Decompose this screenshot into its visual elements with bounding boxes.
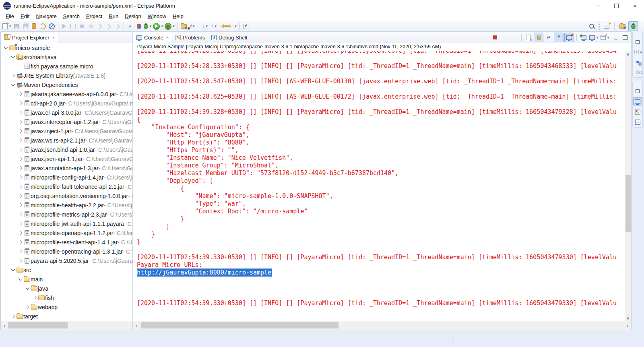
project-tree-hscrollbar[interactable]: ‹	[1, 321, 132, 330]
drag-handle[interactable]: ·····	[634, 33, 642, 35]
hscroll-left-arrow[interactable]: ‹	[1, 321, 8, 330]
debug-shell-view-button[interactable]: J	[634, 118, 642, 126]
menu-search[interactable]: Search	[60, 12, 83, 20]
tree-item-fish[interactable]: fish	[1, 293, 132, 302]
tab-problems[interactable]: Problems	[172, 32, 208, 43]
pin-console-button[interactable]	[554, 33, 564, 42]
problems-view-button[interactable]	[634, 108, 642, 116]
tree-item-fish-payara-sample-micro[interactable]: fish.payara.sample.micro	[1, 62, 132, 71]
tree-item-microprofile-config-api-1-4-jar[interactable]: microprofile-config-api-1.4.jar - C:\Use…	[1, 173, 132, 182]
tree-item-java[interactable]: java	[1, 284, 132, 293]
skip-all-breakpoints-button[interactable]	[47, 22, 56, 31]
remove-all-terminated-button[interactable]	[510, 33, 519, 42]
tree-item-maven-dependencies[interactable]: Maven Dependencies	[1, 80, 132, 89]
tab-debug-shell[interactable]: JDebug Shell	[208, 32, 250, 43]
tree-item-src-main-java[interactable]: src/main/java	[1, 52, 132, 62]
tree-item-javax-json-bind-api-1-0-jar[interactable]: javax.json.bind-api-1.0.jar - C:\Users\j…	[1, 145, 132, 154]
menu-edit[interactable]: Edit	[17, 12, 33, 20]
tree-item-org-osgi-annotation-versioning-1-0-0-jar[interactable]: org.osgi.annotation.versioning-1.0.0.jar…	[1, 191, 132, 200]
open-perspective-button[interactable]	[602, 22, 611, 31]
build-jar-button[interactable]	[30, 22, 39, 31]
hscroll-left-arrow[interactable]: ‹	[133, 321, 140, 330]
tree-item-microprofile-health-api-2-2-jar[interactable]: microprofile-health-api-2.2.jar - C:\Use…	[1, 200, 132, 210]
chevron-right-icon[interactable]	[17, 250, 23, 253]
console-output[interactable]: [2020-11-11T02:54:28.528+0530] [] [INFO]…	[133, 51, 625, 321]
tree-item-javax-inject-1-jar[interactable]: javax.inject-1.jar - C:\Users\jGauravGup…	[1, 126, 132, 136]
menu-window[interactable]: Window	[144, 12, 169, 20]
hscroll-thumb[interactable]	[8, 322, 68, 328]
menu-run[interactable]: Run	[105, 12, 122, 20]
step-over-button[interactable]	[104, 22, 113, 31]
save-all-button[interactable]	[21, 22, 30, 31]
open-console-button[interactable]: ▼	[589, 33, 599, 42]
menu-file[interactable]: File	[2, 12, 17, 20]
chevron-down-icon[interactable]	[10, 269, 16, 271]
tree-item-cdi-api-2-0-jar[interactable]: cdi-api-2.0.jar - C:\Users\jGauravGupta\…	[1, 99, 132, 108]
close-button[interactable]: ×	[625, 0, 644, 11]
remove-launch-button[interactable]	[500, 33, 509, 42]
chevron-right-icon[interactable]	[17, 222, 23, 225]
menu-help[interactable]: Help	[169, 12, 187, 20]
run-button[interactable]: ▼	[153, 22, 164, 31]
maximize-view-button[interactable]	[621, 33, 630, 42]
restore-console-views-button[interactable]	[634, 87, 642, 95]
new-wizard-button[interactable]: ▼	[2, 22, 12, 31]
expressions-view-button[interactable]	[634, 68, 642, 76]
debug-perspective-button[interactable]	[628, 21, 638, 31]
chevron-right-icon[interactable]	[17, 120, 23, 123]
vscroll-up-arrow[interactable]: ∧	[625, 51, 631, 57]
chevron-right-icon[interactable]	[17, 157, 23, 160]
tree-item-jre-system-library[interactable]: JRE System Library [JavaSE-1.8]	[1, 71, 132, 80]
chevron-right-icon[interactable]	[17, 259, 23, 262]
scroll-lock-button[interactable]	[534, 33, 543, 42]
open-artifact-button[interactable]	[180, 22, 188, 31]
chevron-right-icon[interactable]	[17, 93, 23, 95]
vscroll-down-arrow[interactable]: ∨	[625, 315, 631, 321]
hscroll-thumb[interactable]	[141, 322, 339, 328]
chevron-down-icon[interactable]	[24, 287, 31, 290]
java-perspective-button[interactable]	[618, 22, 627, 31]
clear-console-button[interactable]	[524, 33, 533, 42]
tab-close-icon[interactable]: ×	[52, 35, 54, 40]
save-button[interactable]	[12, 22, 21, 31]
step-return-button[interactable]	[113, 22, 122, 31]
suspend-button[interactable]	[69, 22, 78, 31]
tree-item-javax-interceptor-api-1-2-jar[interactable]: javax.interceptor-api-1.2.jar - C:\Users…	[1, 117, 132, 126]
breakpoints-view-button[interactable]	[634, 58, 642, 66]
terminate-button[interactable]	[491, 33, 500, 42]
tree-item-payara-api-5-2020-5-jar[interactable]: payara-api-5.2020.5.jar - C:\Users\jGaur…	[1, 256, 132, 265]
chevron-right-icon[interactable]	[31, 296, 38, 299]
external-tools-button[interactable]: ▼	[188, 22, 197, 31]
chevron-right-icon[interactable]	[10, 74, 16, 77]
view-menu-button[interactable]: ≡	[126, 22, 134, 31]
tab-console[interactable]: Console×	[133, 32, 172, 43]
link-with-editor-button[interactable]	[242, 22, 250, 31]
chevron-right-icon[interactable]	[17, 213, 23, 216]
disconnect-button[interactable]: N	[87, 22, 95, 31]
debug-button[interactable]: ▼	[143, 22, 153, 31]
tree-item-microprofile-opentracing-api-1-3-1-jar[interactable]: microprofile-opentracing-api-1.3.1.jar -…	[1, 247, 132, 256]
tree-item-webapp[interactable]: webapp	[1, 302, 132, 312]
chevron-right-icon[interactable]	[17, 139, 23, 142]
tree-item-jakarta-jakartaee-web-api-8-0-0-jar[interactable]: jakarta.jakartaee-web-api-8.0.0.jar - C:…	[1, 89, 132, 99]
step-into-button[interactable]	[95, 22, 104, 31]
word-wrap-button[interactable]: ↵	[544, 33, 553, 42]
tree-item-micro-sample[interactable]: micro-sample	[1, 43, 132, 52]
next-annotation-button[interactable]: ↓▼	[201, 22, 210, 31]
chevron-right-icon[interactable]	[17, 231, 23, 234]
tree-item-microprofile-rest-client-api-1-4-1-jar[interactable]: microprofile-rest-client-api-1.4.1.jar -…	[1, 238, 132, 247]
previous-annotation-button[interactable]: ↑▼	[210, 22, 219, 31]
chevron-right-icon[interactable]	[17, 148, 23, 151]
hscroll-right-arrow[interactable]: ›	[624, 321, 631, 330]
refresh-button[interactable]	[39, 22, 47, 31]
minimize-view-button[interactable]	[611, 33, 620, 42]
restore-debug-views-button[interactable]	[634, 38, 642, 45]
show-on-stderr-change-button[interactable]	[564, 33, 574, 42]
chevron-right-icon[interactable]	[24, 306, 31, 308]
tree-item-target[interactable]: target	[1, 312, 132, 321]
launch-configurations-button[interactable]	[134, 22, 143, 31]
console-vscrollbar[interactable]: ∧ ∨	[625, 51, 631, 321]
tree-item-main[interactable]: main	[1, 275, 132, 284]
chevron-right-icon[interactable]	[17, 241, 23, 244]
tree-item-microprofile-jwt-auth-api-1-1-1-payara[interactable]: microprofile-jwt-auth-api-1.1.1.payara -…	[1, 219, 132, 228]
